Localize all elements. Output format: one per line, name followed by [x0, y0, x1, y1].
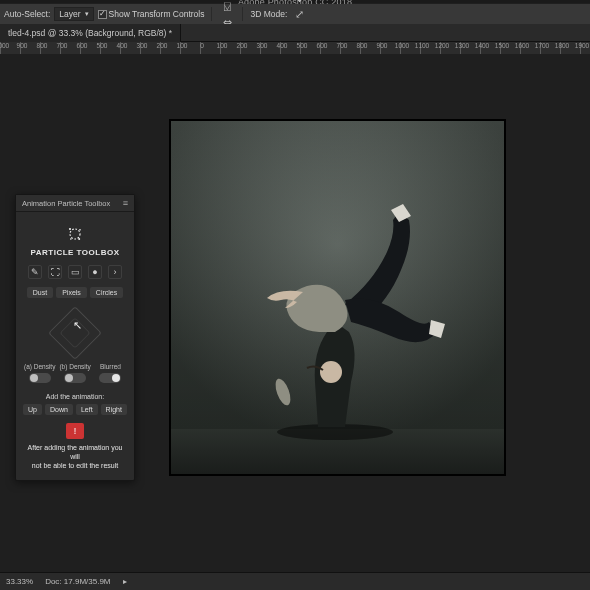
checkbox-checked-icon: ✓: [98, 10, 107, 19]
panel-menu-icon[interactable]: ≡: [123, 198, 128, 208]
mode-3d-label: 3D Mode:: [250, 9, 287, 19]
status-flyout-icon[interactable]: ▸: [123, 577, 127, 586]
document-tab-bar: tled-4.psd @ 33.3% (Background, RGB/8) *: [0, 24, 590, 42]
panel-title: PARTICLE TOOLBOX: [22, 248, 128, 257]
warning-icon: !: [74, 426, 77, 436]
direction-left[interactable]: Left: [76, 404, 98, 415]
toggle-label: Blurred: [95, 363, 126, 370]
svg-point-6: [78, 238, 80, 240]
svg-point-7: [70, 238, 72, 240]
ruler-tick-label: 1800: [555, 42, 569, 49]
particle-tab-dust[interactable]: Dust: [27, 287, 53, 298]
panel-header-label: Animation Particle Toolbox: [22, 199, 110, 208]
ruler-tick-label: 1200: [435, 42, 449, 49]
ruler-tick-label: 900: [17, 42, 28, 49]
show-transform-toggle[interactable]: ✓ Show Transform Controls: [98, 6, 205, 22]
toggle-switch[interactable]: [99, 373, 121, 383]
status-bar: 33.33% Doc: 17.9M/35.9M ▸: [0, 572, 590, 590]
expand-icon[interactable]: ⛶: [48, 265, 62, 279]
ruler-tick-label: 1500: [495, 42, 509, 49]
auto-select-value: Layer: [59, 9, 80, 19]
svg-point-2: [320, 361, 342, 383]
chevron-right-icon[interactable]: ›: [108, 265, 122, 279]
ruler-tick-label: 700: [57, 42, 68, 49]
svg-point-1: [272, 377, 293, 407]
warning-button[interactable]: !: [66, 423, 84, 439]
show-transform-label: Show Transform Controls: [109, 9, 205, 19]
ruler-tick-label: 800: [37, 42, 48, 49]
ruler-tick-label: 1400: [475, 42, 489, 49]
toggle-switch[interactable]: [29, 373, 51, 383]
ruler-tick-label: 700: [337, 42, 348, 49]
ruler-tick-label: 1600: [515, 42, 529, 49]
chevron-down-icon: ▾: [85, 10, 89, 18]
direction-down[interactable]: Down: [45, 404, 73, 415]
ruler-tick-label: 500: [297, 42, 308, 49]
particle-toolbox-panel: Animation Particle Toolbox ≡ PARTICLE TO…: [15, 194, 135, 481]
ruler-tick-label: 100: [177, 42, 188, 49]
document-image: [223, 182, 453, 442]
svg-point-4: [69, 228, 71, 230]
ruler-tick-label: 300: [137, 42, 148, 49]
canvas-area[interactable]: Animation Particle Toolbox ≡ PARTICLE TO…: [0, 54, 590, 572]
ruler-tick-label: 1000: [395, 42, 409, 49]
dolly-icon[interactable]: ⤢: [291, 6, 307, 22]
direction-up[interactable]: Up: [23, 404, 42, 415]
ruler-tick-label: 1100: [415, 42, 429, 49]
ruler-tick-label: 800: [357, 42, 368, 49]
panel-logo: [22, 224, 128, 244]
page-icon[interactable]: ▭: [68, 265, 82, 279]
ruler-tick-label: 0: [200, 42, 204, 49]
ruler-tick-label: 500: [97, 42, 108, 49]
particle-tab-circles[interactable]: Circles: [90, 287, 123, 298]
document-canvas[interactable]: [170, 120, 505, 475]
dot-icon[interactable]: ●: [88, 265, 102, 279]
ruler-tick-label: 600: [317, 42, 328, 49]
brush-icon[interactable]: ✎: [28, 265, 42, 279]
ruler-tick-label: 1300: [455, 42, 469, 49]
panel-note-line2: not be able to edit the result: [26, 461, 124, 470]
svg-point-5: [79, 229, 81, 231]
ruler-tick-label: 600: [77, 42, 88, 49]
toggle-label: (b) Density: [59, 363, 90, 370]
ruler-tick-label: 1700: [535, 42, 549, 49]
ruler-tick-label: 1900: [575, 42, 589, 49]
particle-tab-pixels[interactable]: Pixels: [56, 287, 87, 298]
ruler-tick-label: 1000: [0, 42, 9, 49]
toggle-switch[interactable]: [64, 373, 86, 383]
ruler-tick-label: 300: [257, 42, 268, 49]
doc-size-label: Doc: 17.9M/35.9M: [45, 577, 110, 586]
ruler-tick-label: 400: [117, 42, 128, 49]
horizontal-ruler: 1000900800700600500400300200100010020030…: [0, 42, 590, 54]
ruler-tick-label: 900: [377, 42, 388, 49]
ruler-tick-label: 200: [237, 42, 248, 49]
svg-point-3: [70, 229, 80, 239]
options-bar: Auto-Select: Layer ▾ ✓ Show Transform Co…: [0, 4, 590, 24]
ruler-tick-label: 200: [157, 42, 168, 49]
panel-note-line1: After adding the animation you will: [26, 443, 124, 461]
add-animation-label: Add the animation:: [22, 393, 128, 400]
direction-right[interactable]: Right: [101, 404, 127, 415]
auto-select-label: Auto-Select:: [4, 6, 50, 22]
document-tab[interactable]: tled-4.psd @ 33.3% (Background, RGB/8) *: [0, 24, 181, 42]
auto-select-dropdown[interactable]: Layer ▾: [54, 7, 93, 21]
toggle-label: (a) Density: [24, 363, 55, 370]
document-tab-label: tled-4.psd @ 33.3% (Background, RGB/8) *: [8, 28, 172, 38]
ruler-tick-label: 100: [217, 42, 228, 49]
zoom-level[interactable]: 33.33%: [6, 577, 33, 586]
align-bottom[interactable]: ⍌: [219, 0, 235, 14]
ruler-tick-label: 400: [277, 42, 288, 49]
